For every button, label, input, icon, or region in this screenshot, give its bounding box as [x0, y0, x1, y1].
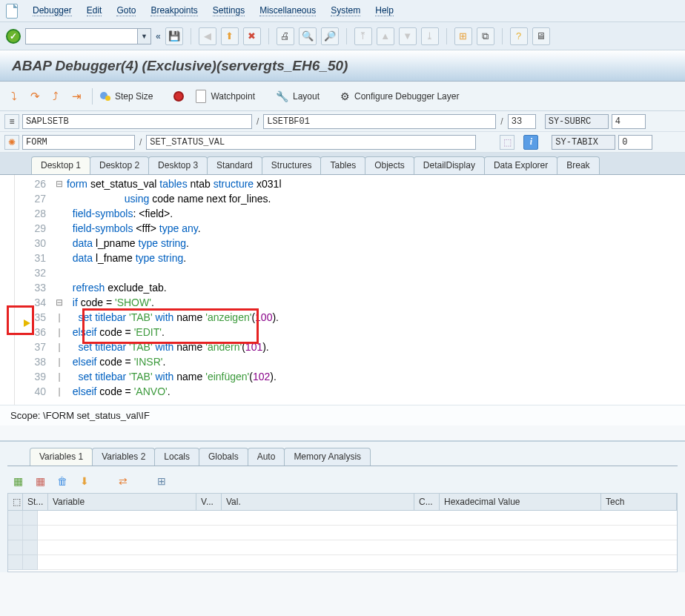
tab-memory[interactable]: Memory Analysis	[284, 448, 371, 466]
page-title: ABAP Debugger(4) (Exclusive)(servergts_E…	[0, 50, 685, 82]
ok-icon[interactable]: ✓	[6, 29, 21, 44]
line-numbers: 262728293031323334353637383940	[15, 175, 52, 405]
scope-label: Scope: \FORM set_status_val\IF	[0, 405, 685, 425]
info-icon[interactable]: i	[523, 135, 538, 150]
tab-auto[interactable]: Auto	[248, 448, 285, 466]
debugger-toolbar: ⤵ ↷ ⤴ ⇥ Step Size Watchpoint 🔧 Layout ⚙ …	[0, 82, 685, 111]
col-val[interactable]: Val.	[222, 494, 414, 510]
find-next-icon[interactable]: 🔎	[321, 27, 339, 45]
tab-variables-1[interactable]: Variables 1	[30, 448, 93, 466]
include-field[interactable]: LSETBF01	[263, 114, 496, 129]
breakpoint-gutter[interactable]	[0, 175, 15, 405]
step-return-icon[interactable]: ⤴	[47, 88, 64, 105]
grid-body[interactable]	[8, 511, 677, 572]
step-size-icon[interactable]	[100, 92, 110, 101]
step-over-icon[interactable]: ↷	[27, 88, 43, 105]
menu-goto[interactable]: Goto	[116, 5, 136, 16]
layout-icon-2[interactable]: 🔧	[276, 90, 288, 102]
event-icon[interactable]: ✺	[4, 135, 19, 150]
menu-bar: Debugger Edit Goto Breakpoints Settings …	[0, 0, 685, 22]
watchpoint-doc-icon[interactable]	[196, 90, 206, 103]
tab-objects[interactable]: Objects	[365, 156, 414, 174]
subrc-value: 4	[612, 114, 646, 129]
program-field[interactable]: SAPLSETB	[22, 114, 252, 129]
tab-standard[interactable]: Standard	[207, 156, 262, 174]
code-area[interactable]: form set_status_val tables ntab structur…	[67, 175, 685, 405]
watchpoint-label[interactable]: Watchpoint	[211, 91, 255, 102]
line-field[interactable]: 33	[508, 114, 536, 129]
print-icon[interactable]: 🖨	[277, 27, 294, 45]
tab-data-explorer[interactable]: Data Explorer	[484, 156, 557, 174]
slash-3: /	[138, 137, 143, 148]
menu-edit[interactable]: Edit	[87, 5, 102, 16]
shortcut-icon[interactable]: ⧉	[477, 27, 494, 45]
first-page-icon[interactable]: ⤒	[354, 27, 372, 45]
command-field[interactable]: ▼	[25, 28, 151, 44]
menu-help[interactable]: Help	[375, 5, 394, 16]
menu-system[interactable]: System	[331, 5, 360, 16]
prev-page-icon[interactable]: ▲	[377, 27, 394, 45]
col-variable[interactable]: Variable	[48, 494, 196, 510]
stack-icon[interactable]: ≡	[4, 114, 19, 129]
find-icon[interactable]: 🔍	[299, 27, 317, 45]
main-toolbar: ✓ ▼ « 💾 ◀ ⬆ ✖ 🖨 🔍 🔎 ⤒ ▲ ▼ ⤓ ⊞ ⧉ ? 🖥	[0, 22, 685, 50]
col-status[interactable]: St...	[23, 494, 48, 510]
tab-globals[interactable]: Globals	[199, 448, 248, 466]
menu-debugger[interactable]: Debugger	[33, 5, 72, 16]
trash-icon[interactable]: 🗑	[55, 474, 70, 489]
tab-detail-display[interactable]: DetailDisplay	[414, 156, 485, 174]
col-c[interactable]: C...	[414, 494, 440, 510]
continue-icon[interactable]: ⇥	[68, 88, 85, 105]
layout-label[interactable]: Layout	[293, 91, 320, 102]
subrc-label: SY-SUBRC	[545, 114, 609, 129]
grid-remove-icon[interactable]: ▦	[33, 474, 47, 489]
col-v[interactable]: V...	[196, 494, 222, 510]
variables-toolbar: ▦ ▦ 🗑 ⬇ ⇄ ⊞	[7, 466, 678, 493]
exchange-icon[interactable]: ⇄	[116, 474, 130, 489]
stop-icon[interactable]	[173, 91, 184, 102]
configure-icon[interactable]: ⚙	[340, 90, 350, 102]
configure-label[interactable]: Configure Debugger Layer	[354, 91, 459, 102]
step-size-label[interactable]: Step Size	[115, 91, 153, 102]
help-icon[interactable]: ?	[510, 27, 528, 45]
menu-settings[interactable]: Settings	[213, 5, 245, 16]
tab-structures[interactable]: Structures	[262, 156, 322, 174]
variables-tabs: Variables 1 Variables 2 Locals Globals A…	[7, 442, 678, 466]
download-icon[interactable]: ⬇	[77, 474, 92, 489]
tab-variables-2[interactable]: Variables 2	[92, 448, 155, 466]
variables-grid[interactable]: ⬚ St... Variable V... Val. C... Hexadeci…	[7, 493, 678, 572]
tab-desktop-1[interactable]: Desktop 1	[31, 156, 90, 174]
fold-column[interactable]: ⊟ ⊟||||||	[52, 175, 67, 405]
back-icon[interactable]: ◀	[199, 27, 216, 45]
next-page-icon[interactable]: ▼	[399, 27, 417, 45]
col-tech[interactable]: Tech	[601, 494, 677, 510]
step-into-icon[interactable]: ⤵	[6, 88, 22, 105]
exit-icon[interactable]: ⬆	[221, 27, 239, 45]
menu-misc[interactable]: Miscellaneous	[259, 5, 316, 16]
tab-tables[interactable]: Tables	[320, 156, 365, 174]
menu-breakpoints[interactable]: Breakpoints	[150, 5, 197, 16]
cancel-icon[interactable]: ✖	[243, 27, 261, 45]
tabix-value: 0	[618, 135, 652, 150]
tab-desktop-2[interactable]: Desktop 2	[90, 156, 149, 174]
tab-break[interactable]: Break	[557, 156, 599, 174]
tab-desktop-3[interactable]: Desktop 3	[148, 156, 208, 174]
last-page-icon[interactable]: ⤓	[421, 27, 439, 45]
new-session-icon[interactable]: ⊞	[454, 27, 472, 45]
document-icon[interactable]	[6, 4, 18, 19]
kind-field[interactable]: FORM	[22, 135, 135, 150]
layer-icon[interactable]: ⬚	[500, 135, 514, 150]
col-selector[interactable]: ⬚	[8, 494, 23, 510]
chevrons-collapse[interactable]: «	[156, 31, 161, 42]
tab-locals[interactable]: Locals	[154, 448, 199, 466]
layout-grid-icon[interactable]: ⊞	[154, 474, 169, 489]
slash-1: /	[255, 116, 260, 127]
variables-panel: Variables 1 Variables 2 Locals Globals A…	[0, 440, 685, 572]
col-hex[interactable]: Hexadecimal Value	[440, 494, 601, 510]
save-icon[interactable]: 💾	[165, 27, 183, 45]
layout-icon[interactable]: 🖥	[532, 27, 550, 45]
form-name-field[interactable]: SET_STATUS_VAL	[146, 135, 476, 150]
program-row: ≡ SAPLSETB / LSETBF01 / 33 SY-SUBRC 4	[0, 111, 685, 132]
grid-add-icon[interactable]: ▦	[10, 474, 25, 489]
code-editor: 262728293031323334353637383940 ⊟ ⊟||||||…	[0, 175, 685, 405]
